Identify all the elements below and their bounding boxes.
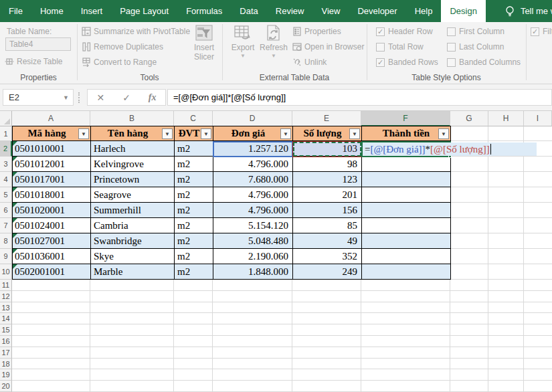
open-in-browser-icon: [292, 42, 302, 52]
row-header-1[interactable]: 1: [0, 126, 12, 141]
convert-to-range-button[interactable]: Convert to Range: [82, 56, 157, 68]
column-header-I[interactable]: I: [524, 111, 552, 126]
banded-rows-checkbox[interactable]: ✓ Banded Rows: [376, 57, 438, 68]
row-header-19[interactable]: 19: [0, 369, 12, 381]
text-cursor: [490, 144, 491, 155]
header-cell-so-luong: Số lượng ▼: [293, 126, 362, 141]
summarize-pivottable-button[interactable]: Summarize with PivotTable: [82, 25, 190, 37]
row-header-14[interactable]: 14: [0, 313, 12, 324]
row-header-13[interactable]: 13: [0, 302, 12, 313]
tab-home[interactable]: Home: [31, 0, 72, 22]
worksheet-grid: A B C D E F G H I 1 2 3 4 5 6 7 8 9 10 1…: [0, 111, 552, 392]
tab-help[interactable]: Help: [406, 0, 442, 22]
row-header-3[interactable]: 3: [0, 157, 12, 172]
remove-duplicates-button[interactable]: Remove Duplicates: [82, 41, 163, 53]
header-cell-thanh-tien: Thành tiền ▼: [362, 126, 451, 141]
column-header-F[interactable]: F: [361, 111, 450, 126]
select-all-corner[interactable]: [0, 111, 12, 126]
header-row-checkbox[interactable]: ✓ Header Row: [376, 26, 433, 37]
first-column-checkbox[interactable]: First Column: [447, 26, 504, 37]
refresh-dropdown-arrow: ▼: [271, 54, 276, 59]
column-header-G[interactable]: G: [450, 111, 488, 126]
tab-file[interactable]: File: [0, 0, 31, 22]
properties-icon: [292, 27, 302, 36]
column-header-B[interactable]: B: [90, 111, 174, 126]
row-header-15[interactable]: 15: [0, 324, 12, 336]
remove-duplicates-icon: [82, 42, 91, 52]
column-header-C[interactable]: C: [174, 111, 213, 126]
insert-slicer-button[interactable]: Insert Slicer: [189, 24, 219, 74]
row-header-2[interactable]: 2: [0, 141, 12, 157]
cancel-icon[interactable]: ✕: [96, 92, 104, 103]
column-header-E[interactable]: E: [292, 111, 361, 126]
table-row: 0501017001 Princetown m2 7.680.000 123: [12, 172, 451, 187]
pivottable-icon: [82, 27, 91, 36]
total-row-checkbox[interactable]: Total Row: [376, 41, 424, 52]
row-header-12[interactable]: 12: [0, 291, 12, 302]
filter-button-checkbox[interactable]: ✓ Filter: [531, 26, 552, 37]
filter-dropdown-icon[interactable]: ▼: [280, 128, 291, 139]
formula-input[interactable]: =[@[Đơn giá]]*[@[Số lượng]]: [167, 89, 552, 106]
export-button[interactable]: Export ▼: [227, 24, 258, 74]
row-header-5[interactable]: 5: [0, 187, 12, 203]
column-header-D[interactable]: D: [213, 111, 292, 126]
tab-review[interactable]: Review: [267, 0, 313, 22]
row-header-7[interactable]: 7: [0, 218, 12, 233]
tab-insert[interactable]: Insert: [72, 0, 112, 22]
tab-data[interactable]: Data: [231, 0, 266, 22]
column-header-A[interactable]: A: [12, 111, 90, 126]
header-cell-ten-hang: Tên hàng ▼: [91, 126, 175, 141]
row-header-11[interactable]: 11: [0, 280, 12, 291]
formula-bar: E2 ▼ ✕ ✓ fx =[@[Đơn giá]]*[@[Số lượng]]: [0, 84, 552, 111]
filter-checkmark: ✓: [531, 27, 539, 36]
ribbon-design: Table Name: Table4 Resize Table Properti…: [0, 22, 552, 84]
export-icon: [233, 24, 253, 43]
table-name-input[interactable]: Table4: [5, 37, 71, 51]
row-header-16[interactable]: 16: [0, 336, 12, 347]
filter-dropdown-icon[interactable]: ▼: [438, 128, 449, 139]
filter-dropdown-icon[interactable]: ▼: [78, 128, 89, 139]
header-cell-dvt: ĐVT ▼: [175, 126, 213, 141]
properties-button[interactable]: Properties: [292, 25, 341, 37]
row-header-18[interactable]: 18: [0, 359, 12, 369]
row-header-20[interactable]: 20: [0, 381, 12, 392]
enter-icon[interactable]: ✓: [122, 92, 130, 103]
name-box[interactable]: E2 ▼: [3, 89, 74, 106]
row-header-17[interactable]: 17: [0, 347, 12, 359]
refresh-button[interactable]: Refresh ▼: [258, 24, 289, 74]
row-header-6[interactable]: 6: [0, 203, 12, 218]
tell-me-box[interactable]: Tell me what: [504, 0, 552, 22]
row-header-8[interactable]: 8: [0, 233, 12, 249]
cell-edit-overlay[interactable]: =[@[Đơn giá]]*[@[Số lượng]]: [363, 142, 537, 156]
row-header-10[interactable]: 10: [0, 264, 12, 280]
group-label-external-table-data: External Table Data: [222, 73, 367, 82]
header-cell-don-gia: Đơn giá ▼: [213, 126, 293, 141]
tab-formulas[interactable]: Formulas: [177, 0, 231, 22]
name-box-dropdown-icon[interactable]: ▼: [63, 94, 69, 101]
filter-dropdown-icon[interactable]: ▼: [201, 128, 211, 139]
filter-dropdown-icon[interactable]: ▼: [349, 128, 360, 139]
insert-slicer-icon: [194, 24, 214, 43]
refresh-icon: [264, 24, 284, 43]
filter-dropdown-icon[interactable]: ▼: [162, 128, 173, 139]
table-header-row: Mã hàng ▼ Tên hàng ▼ ĐVT ▼ Đơn giá ▼ Số …: [12, 126, 451, 141]
table-row: 0502001001 Marble m2 1.848.000 249: [12, 264, 451, 280]
row-header-4[interactable]: 4: [0, 172, 12, 187]
column-header-H[interactable]: H: [488, 111, 524, 126]
error-triangle-icon: [13, 249, 17, 254]
error-triangle-icon: [13, 233, 17, 238]
open-in-browser-button[interactable]: Open in Browser: [292, 41, 364, 53]
tab-developer[interactable]: Developer: [349, 0, 405, 22]
table-name-label: Table Name:: [7, 27, 52, 36]
tab-design[interactable]: Design: [441, 0, 485, 22]
group-label-tools: Tools: [77, 73, 222, 82]
last-column-checkbox[interactable]: Last Column: [447, 41, 504, 52]
banded-columns-checkbox[interactable]: Banded Columns: [447, 57, 521, 68]
banded-rows-checkmark: ✓: [376, 58, 385, 67]
tab-page-layout[interactable]: Page Layout: [111, 0, 177, 22]
row-header-9[interactable]: 9: [0, 249, 12, 264]
unlink-button[interactable]: Unlink: [292, 56, 327, 68]
tab-view[interactable]: View: [312, 0, 349, 22]
resize-table-button[interactable]: Resize Table: [5, 56, 62, 68]
insert-function-icon[interactable]: fx: [149, 92, 157, 103]
